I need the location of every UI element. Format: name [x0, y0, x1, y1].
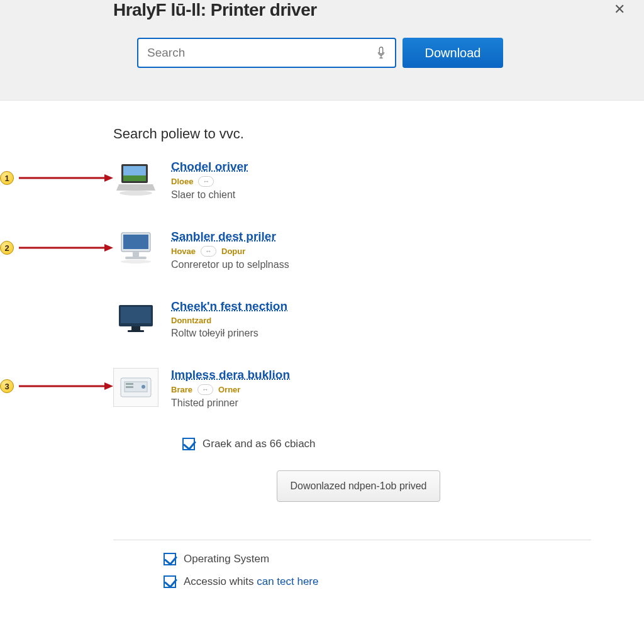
option-checkbox-row: Graek and as 66 cbiach: [182, 438, 606, 450]
result-description: Slaer to chient: [171, 189, 248, 201]
meta-chip: ↔: [201, 246, 216, 257]
meta-tag: Dloee: [171, 177, 193, 186]
option-checkbox[interactable]: [182, 438, 195, 450]
svg-rect-13: [133, 252, 139, 257]
result-description: Thisted prinner: [171, 397, 290, 409]
svg-marker-10: [104, 244, 113, 252]
results-heading: Search poliew to vvc.: [113, 126, 606, 142]
printer-icon: [113, 368, 158, 407]
svg-rect-12: [123, 235, 148, 249]
result-title[interactable]: Cheek'n fest nection: [171, 299, 287, 313]
result-item: Cheek'n fest nection Donntzard Roltw toł…: [113, 299, 606, 339]
search-input[interactable]: Search: [137, 38, 396, 68]
result-item: 3 Impless dera buklion: [113, 368, 606, 409]
meta-tag: Brare: [171, 385, 192, 394]
os-checkbox[interactable]: [164, 553, 176, 565]
svg-rect-24: [126, 383, 133, 385]
download-secondary-button[interactable]: Dowonlazed ndpen-1ob prived: [277, 470, 440, 502]
arrow-icon: [19, 172, 113, 184]
svg-point-15: [121, 260, 151, 264]
svg-point-8: [119, 191, 152, 196]
svg-rect-7: [123, 175, 146, 181]
access-link[interactable]: can tect here: [257, 575, 318, 587]
arrow-icon: [19, 380, 113, 392]
svg-rect-14: [125, 257, 147, 259]
meta-tag: Donntzard: [171, 316, 211, 325]
callout-arrow: 2: [0, 241, 113, 257]
meta-tag: Orner: [218, 385, 240, 394]
callout-number: 2: [0, 241, 14, 255]
result-description: Conreretor up to selplnass: [171, 259, 289, 270]
search-placeholder: Search: [147, 46, 376, 60]
svg-rect-25: [126, 386, 133, 388]
os-checkbox-label: Operating System: [184, 553, 269, 565]
result-item: 1 Chodel oriver Dloee: [113, 160, 606, 201]
result-title[interactable]: Chodel oriver: [171, 160, 248, 174]
arrow-icon: [19, 242, 113, 254]
callout-number: 1: [0, 171, 14, 185]
main-content: Search poliew to vvc. 1: [0, 101, 644, 588]
svg-rect-0: [379, 47, 382, 54]
download-button[interactable]: Download: [402, 38, 503, 68]
svg-rect-17: [121, 307, 151, 323]
close-icon[interactable]: ✕: [614, 1, 625, 18]
meta-chip: ↔: [198, 176, 214, 187]
result-item: 2 Sanbler dest priler H: [113, 230, 606, 270]
meta-tag: Dopur: [221, 247, 245, 256]
access-text: Accessio whits: [184, 575, 257, 587]
access-label: Accessio whits can tect here: [184, 575, 318, 588]
monitor-icon: [113, 299, 158, 338]
divider: [113, 540, 591, 540]
result-title[interactable]: Impless dera buklion: [171, 368, 290, 382]
svg-rect-19: [128, 330, 144, 332]
callout-arrow: 3: [0, 379, 113, 396]
meta-chip: ↔: [197, 384, 213, 395]
svg-point-26: [142, 385, 145, 389]
option-checkbox-label: Graek and as 66 cbiach: [203, 438, 316, 450]
result-title[interactable]: Sanbler dest priler: [171, 230, 276, 243]
page-title: HralyF lū-ll: Printer driver: [113, 0, 644, 20]
microphone-icon[interactable]: [376, 47, 386, 59]
svg-marker-21: [104, 382, 113, 390]
laptop-icon: [113, 160, 158, 199]
svg-marker-4: [104, 174, 113, 182]
svg-rect-18: [131, 326, 140, 330]
access-checkbox[interactable]: [164, 575, 176, 588]
result-description: Roltw tołeyił priners: [171, 328, 287, 339]
footer-options: Operating System Accessio whits can tect…: [164, 553, 606, 588]
desktop-icon: [113, 230, 158, 269]
result-list: 1 Chodel oriver Dloee: [113, 160, 606, 409]
header-bar: HralyF lū-ll: Printer driver ✕ Search Do…: [0, 0, 644, 101]
callout-number: 3: [0, 379, 14, 393]
meta-tag: Hovae: [171, 247, 196, 256]
callout-arrow: 1: [0, 171, 113, 187]
